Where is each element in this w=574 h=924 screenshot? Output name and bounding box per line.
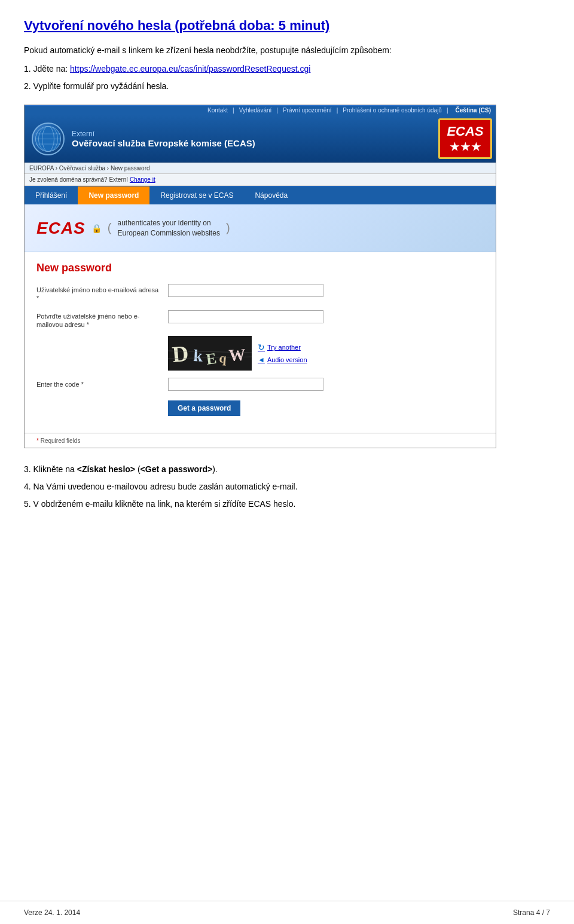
step3: 3. Klikněte na <Získat heslo> (<Get a pa… [24,463,550,476]
required-star: * [36,437,39,444]
nav-registrovat[interactable]: Registrovat se v ECAS [149,186,244,204]
get-password-button[interactable]: Get a password [168,400,240,416]
username-input[interactable] [168,284,323,297]
ecas-topbar: Externí Ověřovací služba Evropské komise… [25,115,496,163]
ecas-form-area: New password Uživatelské jméno nebo e-ma… [25,252,496,433]
ecas-logo-text: ECAS [447,124,483,139]
page-footer: Verze 24. 1. 2014 Strana 4 / 7 [0,901,574,924]
step3-bold2: <Get a password> [141,464,213,474]
step3-suffix: ). [212,464,218,474]
field1-row: Uživatelské jméno nebo e-mailová adresa … [36,284,484,303]
captcha-actions: ↻ Try another ◄ Audio version [258,342,307,364]
vyhledavani-link[interactable]: Vyhledávání [239,107,272,114]
ecas-nav: Přihlášení New password Registrovat se v… [25,186,496,204]
ecas-banner-desc-line1: authenticates your identity on [117,218,219,228]
field1-label: Uživatelské jméno nebo e-mailová adresa … [36,284,162,303]
ecas-links-bar: Kontakt | Vyhledávání | Právní upozorněn… [25,105,496,115]
ecas-main-title: Ověřovací služba Evropské komise (ECAS) [72,138,255,148]
ecas-banner-logo: ECAS [36,219,86,238]
captcha-row: D k E q W [36,336,484,371]
step3-middle: ( [135,464,141,474]
ecas-banner-lock-icon: 🔒 [91,224,102,233]
field2-label: Potvrďte uživatelské jméno nebo e-mailov… [36,310,162,329]
step1: 1. Jděte na: https://webgate.ec.europa.e… [24,63,550,75]
ecas-domain-notice: Je zvolená doména správná? Externí Chang… [25,174,496,186]
ecas-header-text: Externí Ověřovací služba Evropské komise… [72,130,255,148]
ecas-banner: ECAS 🔒 ( authenticates your identity on … [25,204,496,252]
intro-text: Pokud automatický e-mail s linkem ke zří… [24,44,550,57]
domain-change-link[interactable]: Change it [130,176,155,183]
code-label: Enter the code * [36,381,162,388]
svg-text:W: W [228,345,246,365]
step1-link[interactable]: https://webgate.ec.europa.eu/cas/init/pa… [70,64,310,74]
step1-prefix: 1. Jděte na: [24,64,68,74]
pravni-link[interactable]: Právní upozornění [283,107,332,114]
prohlaseni-link[interactable]: Prohlášení o ochraně osobních údajů [343,107,442,114]
ecas-banner-paren-right: ) [226,221,230,235]
page-title: Vytvoření nového hesla (potřebná doba: 5… [24,18,550,33]
footer-version: Verze 24. 1. 2014 [24,908,80,917]
required-note-text: Required fields [41,437,81,444]
ecas-external-label: Externí [72,130,255,138]
language-selector[interactable]: Čeština (CS) [456,107,491,114]
code-input[interactable] [168,378,323,391]
nav-new-password[interactable]: New password [78,186,149,204]
ecas-banner-desc: authenticates your identity on European … [117,218,219,238]
btn-row: Get a password [168,400,484,416]
kontakt-link[interactable]: Kontakt [207,107,228,114]
ecas-logo-stars: ★ ★ ★ [450,140,481,154]
audio-version-label: Audio version [267,356,307,363]
audio-icon: ◄ [258,356,265,364]
step2: 2. Vyplňte formulář pro vyžádání hesla. [24,80,550,93]
step3-bold1: <Získat heslo> [77,464,135,474]
step5: 5. V obdrženém e-mailu klikněte na link,… [24,498,550,510]
required-note: * Required fields [25,433,496,448]
footer-page: Strana 4 / 7 [513,908,550,917]
nav-prihlaseni[interactable]: Přihlášení [25,186,78,204]
svg-text:D: D [171,341,190,367]
field2-row: Potvrďte uživatelské jméno nebo e-mailov… [36,310,484,329]
ecas-globe-icon [32,123,65,155]
ecas-screenshot: Kontakt | Vyhledávání | Právní upozorněn… [24,105,496,448]
svg-text:k: k [193,346,204,365]
breadcrumb-text: EUROPA › Ověřovací služba › New password [29,165,150,172]
ecas-banner-desc-line2: European Commission websites [117,228,219,238]
domain-notice-text: Je zvolená doména správná? Externí [29,176,128,183]
try-another-link[interactable]: ↻ Try another [258,342,307,352]
nav-napoveda[interactable]: Nápověda [244,186,298,204]
ecas-banner-paren-left: ( [108,221,112,235]
captcha-image: D k E q W [168,336,252,371]
refresh-icon: ↻ [258,342,265,352]
ecas-logo: ECAS ★ ★ ★ [438,118,492,159]
step4: 4. Na Vámi uvedenou e-mailovou adresu bu… [24,481,550,493]
ecas-form-title: New password [36,262,484,274]
ecas-breadcrumb: EUROPA › Ověřovací služba › New password [25,163,496,174]
step3-prefix: 3. Klikněte na [24,464,77,474]
captcha-content: D k E q W [168,336,307,371]
confirm-username-input[interactable] [168,310,323,323]
try-another-label: Try another [267,344,301,351]
code-row: Enter the code * [36,378,484,391]
ecas-topbar-left: Externí Ověřovací služba Evropské komise… [25,115,435,163]
audio-version-link[interactable]: ◄ Audio version [258,356,307,364]
